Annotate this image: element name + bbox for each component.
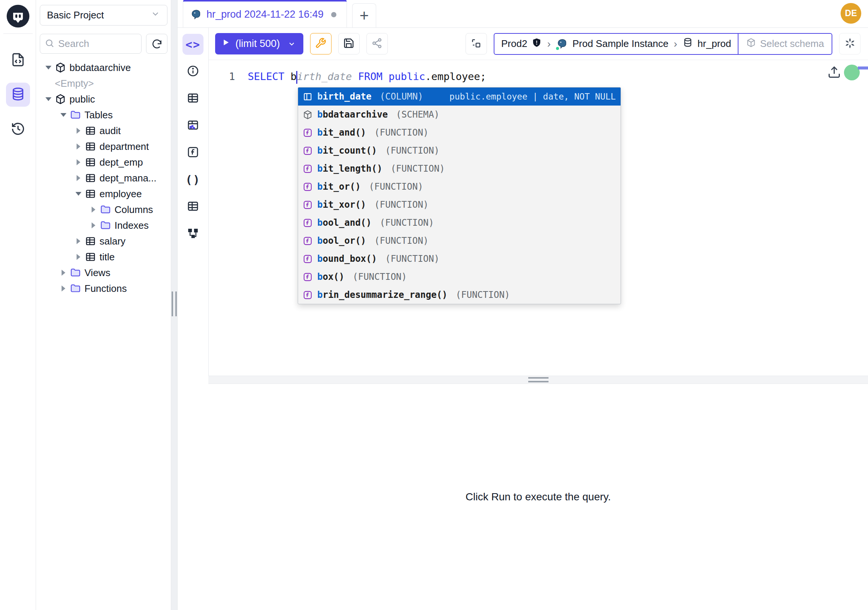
suggestion-brin_desummarize_range[interactable]: brin_desummarize_range()(FUNCTION) bbox=[298, 286, 621, 304]
tree-item-employee[interactable]: employee bbox=[36, 186, 171, 202]
ai-assistant-button[interactable] bbox=[839, 33, 860, 54]
suggestion-bit_length[interactable]: bit_length()(FUNCTION) bbox=[298, 160, 621, 178]
tree-expand-arrow-icon[interactable] bbox=[59, 286, 68, 292]
tree-item-label: dept_mana... bbox=[99, 172, 157, 184]
save-button[interactable] bbox=[338, 33, 360, 54]
suggestion-label: bit_or() bbox=[317, 182, 361, 192]
tree-item-indexes[interactable]: Indexes bbox=[36, 217, 171, 233]
table-icon bbox=[187, 200, 199, 214]
functions-tab-button[interactable] bbox=[183, 142, 203, 163]
tab-hr-prod[interactable]: hr_prod 2024-11-22 16:49 bbox=[183, 0, 347, 28]
editor-side-toolbar: <>() bbox=[178, 28, 208, 610]
code-line: 1 SELECT birth_date FROM public.employee… bbox=[209, 60, 868, 85]
suggestion-kind: (FUNCTION) bbox=[385, 253, 440, 264]
tree-item-salary[interactable]: salary bbox=[36, 233, 171, 249]
tree-item-public[interactable]: public bbox=[36, 91, 171, 107]
token-plain bbox=[285, 71, 291, 82]
suggestion-bound_box[interactable]: bound_box()(FUNCTION) bbox=[298, 250, 621, 268]
tree-item-tables[interactable]: Tables bbox=[36, 107, 171, 123]
suggestion-label: bound_box() bbox=[317, 253, 377, 264]
autocomplete-dropdown: birth_date(COLUMN)public.employee | date… bbox=[298, 87, 621, 304]
suggestion-bool_and[interactable]: bool_and()(FUNCTION) bbox=[298, 214, 621, 232]
suggestion-bit_and[interactable]: bit_and()(FUNCTION) bbox=[298, 124, 621, 141]
external-tables-tab-button[interactable] bbox=[183, 196, 203, 217]
suggestion-kind: (FUNCTION) bbox=[369, 182, 423, 192]
search-box[interactable] bbox=[40, 34, 141, 54]
tree-expand-arrow-icon[interactable] bbox=[74, 175, 82, 181]
ai-swirl-icon bbox=[843, 37, 856, 51]
sidebar-resize-handle[interactable] bbox=[171, 0, 178, 610]
tree-item-bbdataarchive[interactable]: bbdataarchive bbox=[36, 60, 171, 76]
upload-icon[interactable] bbox=[828, 65, 841, 79]
procedures-tab-button[interactable]: () bbox=[183, 169, 203, 190]
tree-collapse-arrow-icon[interactable] bbox=[74, 192, 82, 196]
tree-item-title[interactable]: title bbox=[36, 249, 171, 265]
new-tab-button[interactable]: + bbox=[352, 3, 376, 28]
tree-item-columns[interactable]: Columns bbox=[36, 202, 171, 217]
refresh-button[interactable] bbox=[146, 34, 167, 54]
file-code-icon bbox=[11, 52, 26, 68]
search-input[interactable] bbox=[58, 38, 136, 50]
suggestion-bit_or[interactable]: bit_or()(FUNCTION) bbox=[298, 178, 621, 196]
sql-editor[interactable]: 1 SELECT birth_date FROM public.employee… bbox=[208, 60, 868, 376]
databases-nav-button[interactable] bbox=[6, 83, 30, 107]
avatar[interactable]: DE bbox=[841, 3, 861, 24]
tree-expand-arrow-icon[interactable] bbox=[59, 270, 68, 276]
tree-collapse-arrow-icon[interactable] bbox=[59, 113, 68, 117]
project-selector-label: Basic Project bbox=[47, 9, 150, 21]
shield-icon bbox=[532, 37, 542, 50]
suggestion-bit_xor[interactable]: bit_xor()(FUNCTION) bbox=[298, 196, 621, 214]
folder-icon bbox=[100, 204, 111, 215]
tree-item-department[interactable]: department bbox=[36, 139, 171, 154]
schema-diagram-tab-button[interactable] bbox=[183, 223, 203, 244]
tree-item-dept-emp[interactable]: dept_emp bbox=[36, 154, 171, 170]
tree-item-dept-mana[interactable]: dept_mana... bbox=[36, 170, 171, 186]
project-selector[interactable]: Basic Project bbox=[40, 5, 167, 26]
tree-expand-arrow-icon[interactable] bbox=[89, 206, 98, 213]
bytebase-logo-icon[interactable] bbox=[6, 4, 30, 28]
table-detail-tab-button[interactable] bbox=[183, 88, 203, 109]
format-sql-button[interactable] bbox=[310, 33, 332, 54]
suggestion-bbdataarchive[interactable]: bbdataarchive(SCHEMA) bbox=[298, 106, 621, 124]
tree-expand-arrow-icon[interactable] bbox=[74, 238, 82, 244]
info-tab-button[interactable] bbox=[183, 61, 203, 82]
tree-expand-arrow-icon[interactable] bbox=[89, 222, 98, 228]
tree-expand-arrow-icon[interactable] bbox=[74, 254, 82, 260]
tree-item-label: bbdataarchive bbox=[70, 62, 131, 74]
tree-expand-arrow-icon[interactable] bbox=[74, 128, 82, 134]
results-panel: Click Run to execute the query. bbox=[208, 384, 868, 610]
tree-item-label: Columns bbox=[115, 204, 153, 216]
schema-tree: bbdataarchive<Empty>publicTablesauditdep… bbox=[36, 60, 171, 296]
connection-path[interactable]: Prod2 › Prod Sample Instance › hr_prod bbox=[494, 34, 738, 54]
suggestion-box[interactable]: box()(FUNCTION) bbox=[298, 268, 621, 286]
rail-buttons bbox=[6, 34, 30, 141]
sql-editor-view-tab-button[interactable]: <> bbox=[183, 34, 203, 55]
suggestion-kind: (FUNCTION) bbox=[391, 163, 445, 174]
suggestion-bit_count[interactable]: bit_count()(FUNCTION) bbox=[298, 141, 621, 160]
folder-icon bbox=[100, 220, 111, 231]
tree-item-label: Functions bbox=[84, 283, 127, 295]
tree-collapse-arrow-icon[interactable] bbox=[44, 97, 53, 101]
worksheets-nav-button[interactable] bbox=[6, 48, 30, 72]
function-kind-icon bbox=[302, 272, 313, 282]
suggestion-bool_or[interactable]: bool_or()(FUNCTION) bbox=[298, 232, 621, 250]
select-schema-button[interactable]: Select schema bbox=[738, 34, 832, 54]
search-row bbox=[40, 34, 167, 54]
suggestion-birth_date[interactable]: birth_date(COLUMN)public.employee | date… bbox=[298, 87, 621, 106]
parentheses-icon: () bbox=[186, 173, 200, 186]
connection-icon-button[interactable] bbox=[465, 33, 487, 54]
token-plain: employee; bbox=[431, 71, 486, 82]
er-diagram-tab-button[interactable] bbox=[183, 115, 203, 136]
tree-item-views[interactable]: Views bbox=[36, 265, 171, 281]
tree-collapse-arrow-icon[interactable] bbox=[44, 66, 53, 70]
tree-expand-arrow-icon[interactable] bbox=[74, 159, 82, 165]
tree-expand-arrow-icon[interactable] bbox=[74, 143, 82, 149]
share-button[interactable] bbox=[366, 33, 388, 54]
tree-item-functions[interactable]: Functions bbox=[36, 281, 171, 296]
results-resize-handle[interactable] bbox=[208, 376, 868, 384]
history-nav-button[interactable] bbox=[6, 117, 30, 141]
tree-item-empty[interactable]: <Empty> bbox=[36, 76, 171, 91]
run-button[interactable]: (limit 500) bbox=[215, 33, 303, 54]
suggestion-label: bit_xor() bbox=[317, 199, 366, 210]
tree-item-audit[interactable]: audit bbox=[36, 123, 171, 139]
